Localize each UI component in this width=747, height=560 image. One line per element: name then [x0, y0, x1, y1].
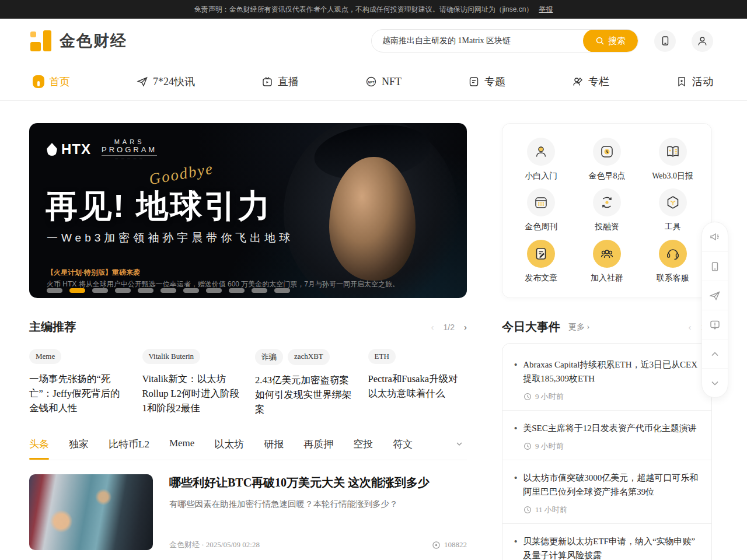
tab-runes[interactable]: 符文 — [393, 438, 413, 460]
report-link[interactable]: 举报 — [539, 5, 553, 15]
clock-icon — [523, 393, 532, 401]
tag-pill[interactable]: ETH — [368, 349, 396, 364]
mobile-app-button[interactable] — [654, 30, 676, 52]
tab-exclusive[interactable]: 独家 — [69, 438, 89, 460]
nav-item-columns[interactable]: 专栏 — [572, 75, 609, 89]
carousel-dot[interactable] — [160, 288, 176, 293]
feed-tabs: 头条 独家 比特币L2 Meme 以太坊 研报 再质押 空投 符文 — [29, 438, 467, 460]
nav-item-topics[interactable]: 专题 — [468, 75, 505, 89]
disclaimer-text: 免责声明：金色财经所有资讯仅代表作者个人观点，不构成任何投资理财建议。请确保访问… — [194, 5, 533, 15]
htx-logo: HTX — [47, 141, 91, 158]
carousel-dot[interactable] — [229, 288, 245, 293]
event-item[interactable]: • 贝莱德更新以太坊ETF申请，纳入“实物申赎”及量子计算风险披露 — [502, 523, 711, 560]
quick-link-tools[interactable]: 工具 — [640, 185, 706, 236]
carousel-dot[interactable] — [115, 288, 131, 293]
article-source: 金色财经 · 2025/05/09 02:28 — [169, 540, 260, 550]
carousel-dot-active[interactable] — [69, 288, 85, 293]
home-icon — [33, 75, 44, 88]
daily-book-icon — [665, 144, 680, 159]
editor-picks-header: 主编推荐 ‹ 1/2 › — [29, 319, 467, 335]
pick-title: 2.43亿美元加密盗窃案如何引发现实世界绑架案 — [255, 373, 354, 416]
scroll-down-button[interactable] — [702, 368, 728, 397]
live-tv-icon — [261, 76, 273, 88]
hero-banner[interactable]: HTX MARS PROGRAM — — — — — Goodbye 再见! 地… — [29, 123, 467, 298]
pick-card[interactable]: 诈骗 zachXBT 2.43亿美元加密盗窃案如何引发现实世界绑架案 — [255, 349, 354, 416]
picks-next-button[interactable]: › — [464, 322, 467, 332]
nav-item-live[interactable]: 直播 — [261, 75, 299, 89]
scroll-up-button[interactable] — [702, 339, 728, 368]
nav-item-home[interactable]: 首页 — [33, 75, 70, 89]
user-account-button[interactable] — [692, 30, 713, 52]
carousel-dot[interactable] — [252, 288, 267, 293]
pick-card[interactable]: ETH Pectra和Fusaka升级对以太坊意味着什么 — [368, 349, 467, 416]
paper-plane-icon — [709, 290, 721, 302]
carousel-dots — [47, 288, 290, 293]
columnist-icon — [572, 76, 584, 88]
app-download-button[interactable] — [702, 251, 728, 281]
event-text: 以太坊市值突破3000亿美元，超越可口可乐和阿里巴巴位列全球资产排名第39位 — [523, 471, 700, 499]
tab-bitcoin-l2[interactable]: 比特币L2 — [109, 438, 149, 460]
carousel-dot[interactable] — [47, 288, 62, 293]
events-more-link[interactable]: 更多 › — [568, 322, 589, 332]
picks-prev-button[interactable]: ‹ — [431, 322, 434, 332]
event-time: 9 小时前 — [523, 441, 700, 452]
morning-clock-icon — [599, 144, 615, 159]
floating-toolbar — [701, 222, 728, 398]
paper-plane-icon — [137, 76, 148, 88]
tab-headlines[interactable]: 头条 — [29, 438, 49, 460]
tab-research[interactable]: 研报 — [264, 438, 284, 460]
megaphone-icon — [709, 231, 721, 243]
tag-pill[interactable]: Vitalik Buterin — [142, 349, 201, 364]
tab-restaking[interactable]: 再质押 — [303, 438, 333, 460]
pick-card[interactable]: Meme 一场事先张扬的“死亡”：Jeffy假死背后的金钱和人性 — [29, 349, 128, 416]
join-community-icon — [599, 246, 615, 261]
search-button[interactable]: 搜索 — [583, 29, 638, 52]
quick-link-weekly[interactable]: 金色周刊 — [508, 185, 574, 236]
quick-link-web3-daily[interactable]: Web3.0日报 — [640, 134, 706, 185]
quick-link-publish[interactable]: 发布文章 — [508, 236, 574, 287]
carousel-dot[interactable] — [138, 288, 153, 293]
left-column: HTX MARS PROGRAM — — — — — Goodbye 再见! 地… — [29, 123, 467, 560]
carousel-dot[interactable] — [274, 288, 290, 293]
quick-link-investment[interactable]: 投融资 — [574, 185, 640, 236]
article-thumbnail[interactable] — [29, 474, 153, 550]
tabs-expand-button[interactable] — [455, 438, 463, 448]
announcement-button[interactable] — [702, 222, 728, 251]
quick-link-morning8[interactable]: 金色早8点 — [574, 134, 640, 185]
carousel-dot[interactable] — [92, 288, 108, 293]
article-title[interactable]: 哪些利好让BTC再破10万美元大关 这次能涨到多少 — [169, 474, 467, 491]
investment-cycle-icon — [599, 195, 615, 210]
event-item[interactable]: • 美SEC主席将于12日发表资产代币化主题演讲 9 小时前 — [502, 410, 711, 460]
tag-pill[interactable]: 诈骗 — [255, 349, 283, 365]
feedback-button[interactable] — [702, 310, 728, 339]
nav-item-newsflash[interactable]: 7*24快讯 — [137, 75, 195, 89]
tab-ethereum[interactable]: 以太坊 — [214, 438, 244, 460]
activity-flag-icon — [676, 76, 687, 88]
phone-icon — [660, 36, 671, 46]
svg-text:NFT: NFT — [368, 80, 375, 84]
nav-item-events[interactable]: 活动 — [676, 75, 713, 89]
pick-card[interactable]: Vitalik Buterin Vitalik新文：以太坊Rollup L2何时… — [142, 349, 242, 416]
quick-link-beginner[interactable]: 小白入门 — [508, 134, 574, 185]
site-logo[interactable]: 金色财经 — [29, 29, 127, 52]
editor-picks-title: 主编推荐 — [29, 319, 76, 335]
tag-pill[interactable]: Meme — [29, 349, 61, 364]
nav-item-nft[interactable]: NFT NFT — [365, 76, 402, 88]
banner-subtitle: 一Web3加密领袖孙宇晨带你飞出地球 — [47, 230, 294, 246]
event-item[interactable]: • 以太坊市值突破3000亿美元，超越可口可乐和阿里巴巴位列全球资产排名第39位… — [502, 460, 711, 523]
banner-promo-text: 【火星计划·特别版】重磅来袭 — [47, 268, 140, 278]
tab-meme[interactable]: Meme — [169, 438, 194, 458]
article-row[interactable]: 哪些利好让BTC再破10万美元大关 这次能涨到多少 有哪些因素在助推加密行情急速… — [29, 460, 467, 560]
tab-airdrop[interactable]: 空投 — [353, 438, 373, 460]
events-prev-button[interactable]: ‹ — [689, 322, 692, 332]
carousel-dot[interactable] — [183, 288, 199, 293]
search-input[interactable] — [372, 36, 583, 46]
event-item[interactable]: • Abraxas Capital持续积累ETH，近3日已从CEX提取185,3… — [502, 347, 711, 410]
tag-pill[interactable]: zachXBT — [288, 349, 330, 365]
carousel-dot[interactable] — [206, 288, 222, 293]
telegram-button[interactable] — [702, 281, 728, 310]
quick-link-support[interactable]: 联系客服 — [640, 236, 706, 287]
quick-link-community[interactable]: 加入社群 — [574, 236, 640, 287]
feedback-bubble-icon — [709, 319, 721, 331]
quick-links-card: 小白入门 金色早8点 Web3.0日报 金色周刊 投融资 工具 — [502, 123, 712, 298]
